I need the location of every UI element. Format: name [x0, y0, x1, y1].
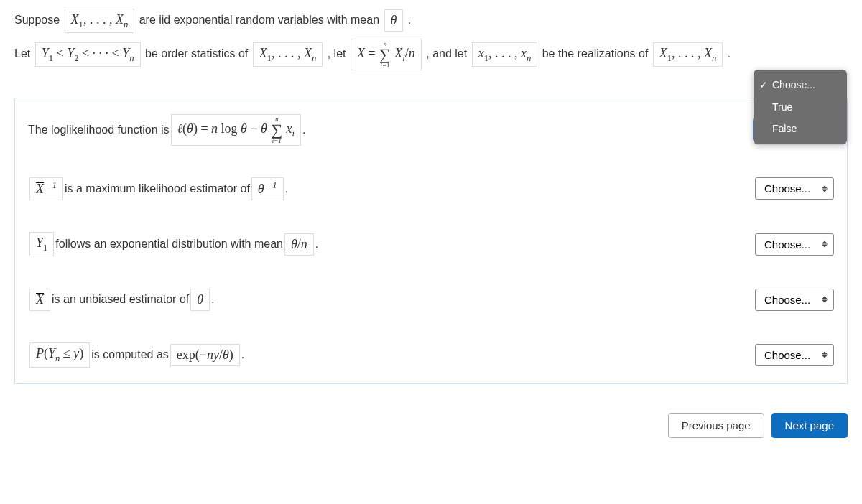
- statement-row: Y1 follows an exponential distribution w…: [15, 216, 847, 272]
- math-x1-xn: X1, . . . , Xn: [65, 9, 135, 33]
- math-xbar: X: [29, 289, 50, 311]
- select-label: Choose...: [764, 182, 810, 195]
- stem-text: .: [728, 47, 731, 60]
- select-label: Choose...: [764, 294, 810, 306]
- statement-row: P(Yn ≤ y) is computed as exp(−ny/θ) . Ch…: [15, 327, 847, 383]
- math-xbar-def: X = n∑i=1 Xi/n: [351, 39, 422, 70]
- nav-footer: Previous page Next page: [14, 384, 848, 452]
- math-xbar-inv: X −1: [29, 177, 63, 200]
- stem-text: , and let: [426, 47, 470, 60]
- statement-text: .: [302, 118, 305, 141]
- math-pyn: P(Yn ≤ y): [29, 342, 90, 367]
- statement-text: is computed as: [91, 343, 169, 366]
- statement-row: X is an unbiased estimator of θ . Choose…: [15, 272, 847, 327]
- select-label: Choose...: [764, 238, 810, 251]
- math-theta-over-n: θ/n: [284, 233, 314, 256]
- statement-text: is a maximum likelihood estimator of: [65, 177, 250, 200]
- select-label: Choose...: [764, 349, 810, 361]
- math-loglik: ℓ(θ) = n log θ − θ n∑i=1 xi: [171, 114, 302, 146]
- statement-row: The loglikelihood function is ℓ(θ) = n l…: [15, 98, 847, 162]
- statement-row: X −1 is a maximum likelihood estimator o…: [15, 162, 847, 216]
- statement-text: .: [241, 343, 244, 366]
- math-order-stats: Y1 < Y2 < · · · < Yn: [35, 42, 141, 67]
- answer-select[interactable]: Choose...: [755, 177, 834, 200]
- statement-text: is an unbiased estimator of: [52, 288, 189, 311]
- stem-text: .: [408, 14, 411, 26]
- stem-text: are iid exponential random variables wit…: [139, 14, 383, 26]
- stem-text: Suppose: [14, 14, 63, 26]
- previous-page-button[interactable]: Previous page: [668, 413, 764, 438]
- next-page-button[interactable]: Next page: [771, 413, 848, 438]
- sort-icon: [822, 185, 828, 192]
- answer-select-wrap: Choose...: [755, 289, 834, 311]
- sort-icon: [822, 297, 828, 303]
- stem-text: Let: [14, 47, 34, 60]
- answer-select-wrap: Choose... True False Choose...: [755, 118, 834, 141]
- dropdown-menu: Choose... True False: [754, 70, 847, 144]
- stem-text: be the realizations of: [542, 47, 652, 60]
- math-theta: θ: [190, 289, 210, 311]
- dropdown-option-false[interactable]: False: [754, 118, 847, 139]
- stem-text: be order statistics of: [145, 47, 251, 60]
- answer-select[interactable]: Choose...: [755, 289, 834, 311]
- answer-select[interactable]: Choose...: [755, 233, 834, 256]
- math-x1-xn: X1, . . . , Xn: [653, 42, 723, 67]
- math-realizations: x1, . . . , xn: [472, 42, 538, 67]
- sort-icon: [822, 352, 828, 358]
- math-theta: θ: [384, 9, 404, 32]
- dropdown-option-true[interactable]: True: [754, 96, 847, 118]
- sort-icon: [822, 241, 828, 248]
- statement-text: .: [315, 233, 318, 256]
- statement-text: .: [285, 177, 288, 200]
- stem-text: , let: [328, 47, 349, 60]
- answer-select-wrap: Choose...: [755, 344, 834, 366]
- answer-select-wrap: Choose...: [755, 233, 834, 256]
- statements-panel: The loglikelihood function is ℓ(θ) = n l…: [14, 98, 848, 384]
- math-theta-inv: θ −1: [251, 177, 284, 200]
- statement-text: .: [211, 288, 214, 311]
- statement-text: follows an exponential distribution with…: [55, 233, 283, 256]
- dropdown-option-choose[interactable]: Choose...: [754, 74, 847, 95]
- math-x1-xn: X1, . . . , Xn: [253, 42, 323, 67]
- question-stem: Suppose X1, . . . , Xn are iid exponenti…: [14, 0, 848, 98]
- answer-select[interactable]: Choose...: [755, 344, 834, 366]
- statement-text: The loglikelihood function is: [28, 118, 170, 141]
- answer-select-wrap: Choose...: [755, 177, 834, 200]
- math-y1: Y1: [29, 232, 54, 256]
- math-exp: exp(−ny/θ): [170, 344, 240, 366]
